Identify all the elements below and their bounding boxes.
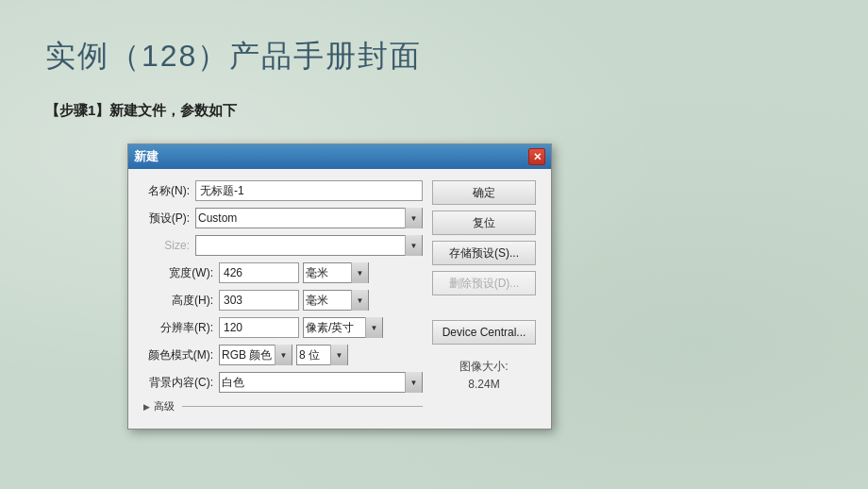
advanced-toggle[interactable]: ▶ 高级 [143, 399, 175, 413]
color-mode-select-wrapper: RGB 颜色 ▼ [219, 345, 292, 365]
page-title: 实例（128）产品手册封面 [45, 36, 422, 77]
resolution-unit-select[interactable]: 像素/英寸 [303, 317, 383, 338]
dialog-buttons: 确定 复位 存储预设(S)... 删除预设(D)... Device Centr… [432, 180, 536, 413]
advanced-label: 高级 [154, 399, 175, 413]
preset-select-wrapper: Custom ▼ [195, 208, 423, 228]
delete-preset-button[interactable]: 删除预设(D)... [432, 271, 536, 295]
new-file-dialog: 新建 ✕ 名称(N): 预设(P): Custom ▼ [127, 143, 552, 430]
bg-select[interactable]: 白色 [219, 372, 423, 393]
height-input[interactable] [219, 290, 299, 311]
name-input[interactable] [195, 180, 423, 201]
bg-label: 背景内容(C): [143, 375, 219, 391]
image-size-title: 图像大小: [432, 358, 536, 376]
dialog-titlebar: 新建 ✕ [128, 144, 551, 169]
resolution-row: 分辨率(R): 像素/英寸 ▼ [143, 317, 423, 338]
name-row: 名称(N): [143, 180, 423, 201]
width-input[interactable] [219, 262, 299, 283]
height-unit-select[interactable]: 毫米 [303, 290, 369, 311]
bg-content-row: 背景内容(C): 白色 ▼ [143, 372, 423, 393]
advanced-triangle-icon: ▶ [143, 402, 150, 412]
bg-select-wrapper: 白色 ▼ [219, 372, 423, 393]
save-preset-button[interactable]: 存储预设(S)... [432, 241, 536, 265]
size-label: Size: [143, 239, 195, 252]
height-unit-wrapper: 毫米 ▼ [303, 290, 369, 311]
preset-select[interactable]: Custom [195, 208, 423, 228]
width-unit-wrapper: 毫米 ▼ [303, 262, 369, 283]
bit-depth-wrapper: 8 位 ▼ [296, 345, 348, 365]
color-mode-select[interactable]: RGB 颜色 [219, 345, 292, 365]
advanced-row: ▶ 高级 [143, 399, 423, 413]
dialog-close-button[interactable]: ✕ [528, 148, 545, 165]
ok-button[interactable]: 确定 [432, 180, 536, 205]
size-select-wrapper: ▼ [195, 235, 423, 256]
preset-label: 预设(P): [143, 211, 195, 227]
resolution-input[interactable] [219, 317, 299, 338]
color-mode-label: 颜色模式(M): [143, 347, 219, 363]
device-central-button[interactable]: Device Central... [432, 320, 536, 345]
dialog-title: 新建 [134, 148, 159, 165]
size-select[interactable] [195, 235, 423, 256]
height-row: 高度(H): 毫米 ▼ [143, 290, 423, 311]
advanced-separator [182, 406, 423, 407]
size-row: Size: ▼ [143, 235, 423, 256]
step-label: 【步骤1】新建文件，参数如下 [45, 102, 237, 120]
image-size-info: 图像大小: 8.24M [432, 358, 536, 394]
name-label: 名称(N): [143, 183, 195, 199]
resolution-unit-wrapper: 像素/英寸 ▼ [303, 317, 383, 338]
width-unit-select[interactable]: 毫米 [303, 262, 369, 283]
width-label: 宽度(W): [143, 265, 219, 281]
width-row: 宽度(W): 毫米 ▼ [143, 262, 423, 283]
dialog-body: 名称(N): 预设(P): Custom ▼ Size: [128, 169, 551, 429]
image-size-value: 8.24M [432, 376, 536, 394]
height-label: 高度(H): [143, 293, 219, 309]
resolution-label: 分辨率(R): [143, 320, 219, 336]
color-mode-row: 颜色模式(M): RGB 颜色 ▼ 8 位 ▼ [143, 345, 423, 365]
preset-row: 预设(P): Custom ▼ [143, 208, 423, 228]
reset-button[interactable]: 复位 [432, 211, 536, 235]
bit-depth-select[interactable]: 8 位 [296, 345, 348, 365]
dialog-form: 名称(N): 预设(P): Custom ▼ Size: [143, 180, 423, 413]
